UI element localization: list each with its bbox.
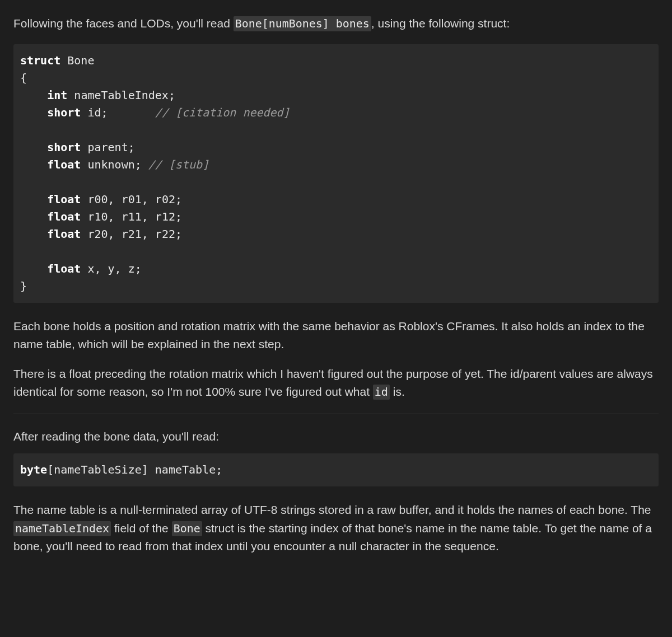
para-nametable-explain: The name table is a null-terminated arra…: [13, 501, 659, 556]
code-text: nameTableIndex;: [67, 88, 175, 102]
code-text: unknown;: [81, 158, 148, 171]
code-indent: [20, 158, 47, 171]
code-kw: short: [47, 106, 81, 119]
p3-inline-code: id: [373, 385, 390, 400]
code-text: x, y, z;: [81, 262, 141, 275]
code-kw: struct: [20, 54, 60, 67]
code-text: [nameTableSize] nameTable;: [47, 463, 222, 476]
intro-text-post: , using the following struct:: [371, 17, 510, 30]
code-indent: [20, 106, 47, 119]
code-text: }: [20, 279, 27, 293]
code-kw: short: [47, 140, 81, 154]
p5-c1: nameTableIndex: [13, 521, 111, 536]
code-text: {: [20, 71, 27, 85]
code-indent: [20, 210, 47, 223]
code-text: r20, r21, r22;: [81, 227, 182, 241]
code-indent: [20, 262, 47, 275]
code-kw: float: [47, 193, 81, 206]
code-kw: int: [47, 88, 67, 102]
code-indent: [20, 140, 47, 154]
nametable-code: byte[nameTableSize] nameTable;: [13, 453, 659, 486]
code-indent: [20, 227, 47, 241]
para-read-next: After reading the bone data, you'll read…: [13, 428, 659, 446]
code-text: parent;: [81, 140, 134, 154]
doc-page: Following the faces and LODs, you'll rea…: [0, 0, 672, 584]
code-text: Bone: [60, 54, 94, 67]
code-comment: // [citation needed]: [155, 106, 290, 119]
intro-inline-code: Bone[numBones] bones: [234, 16, 371, 31]
intro-para: Following the faces and LODs, you'll rea…: [13, 15, 659, 33]
code-kw: float: [47, 210, 81, 223]
code-text: id;: [81, 106, 155, 119]
section-divider: [13, 414, 659, 414]
intro-text-pre: Following the faces and LODs, you'll rea…: [13, 17, 234, 30]
code-indent: [20, 193, 47, 206]
code-text: r00, r01, r02;: [81, 193, 182, 206]
para-unknown-float: There is a float preceding the rotation …: [13, 365, 659, 401]
code-indent: [20, 88, 47, 102]
para-cframe: Each bone holds a position and rotation …: [13, 317, 659, 354]
code-kw: float: [47, 262, 81, 275]
bone-struct-code: struct Bone { int nameTableIndex; short …: [13, 44, 659, 303]
code-comment: // [stub]: [148, 158, 209, 171]
p3-pre: There is a float preceding the rotation …: [13, 367, 653, 399]
p5-t1: The name table is a null-terminated arra…: [13, 503, 651, 516]
code-kw: float: [47, 158, 81, 171]
p5-c2: Bone: [172, 521, 202, 536]
p3-post: is.: [390, 385, 405, 398]
p5-t2: field of the: [111, 522, 172, 535]
code-kw: byte: [20, 463, 47, 476]
code-text: r10, r11, r12;: [81, 210, 182, 223]
code-kw: float: [47, 227, 81, 241]
